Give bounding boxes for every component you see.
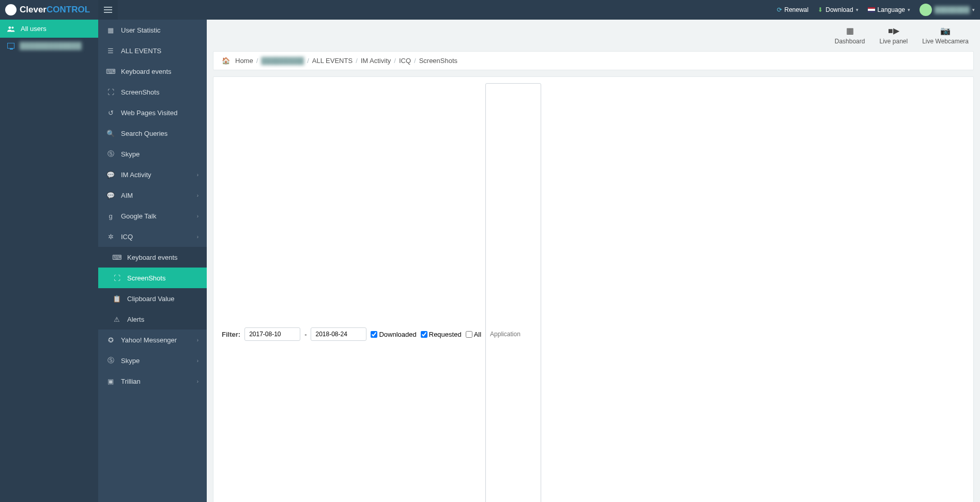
downloaded-checkbox[interactable]: Downloaded <box>371 331 416 338</box>
history-icon: ↺ <box>106 108 115 117</box>
nav-yahoo[interactable]: ✪Yahoo! Messenger› <box>98 330 207 350</box>
nav-search-queries[interactable]: 🔍Search Queries <box>98 123 207 144</box>
clipboard-icon: 📋 <box>113 294 121 303</box>
logo[interactable]: CleverCONTROL <box>0 4 98 15</box>
google-icon: g <box>106 212 115 220</box>
nav-keyboard-events[interactable]: ⌨Keyboard events <box>98 61 207 82</box>
live-panel-button[interactable]: ■▶Live panel <box>879 26 908 45</box>
alert-icon: ⚠ <box>113 315 121 323</box>
crumb-user-blurred: █████████ <box>261 57 304 65</box>
nav-aim[interactable]: 💬AIM› <box>98 185 207 206</box>
hamburger-icon <box>104 6 112 14</box>
crumb-home[interactable]: Home <box>235 57 253 65</box>
nav-web-pages[interactable]: ↺Web Pages Visited <box>98 102 207 123</box>
sidebar-events: ▦User Statistic ☰ALL EVENTS ⌨Keyboard ev… <box>98 20 207 502</box>
application-input[interactable] <box>485 83 541 502</box>
sidebar-item-all-users[interactable]: All users <box>0 20 98 38</box>
skype-icon: Ⓢ <box>106 150 115 158</box>
nav-im-activity[interactable]: 💬IM Activity› <box>98 164 207 185</box>
chat-icon: 💬 <box>106 191 115 199</box>
renewal-link[interactable]: ⟳ Renewal <box>777 6 809 13</box>
dashboard-button[interactable]: ▦Dashboard <box>835 26 865 45</box>
icq-icon: ✲ <box>106 232 115 241</box>
dashboard-icon: ▦ <box>835 26 865 36</box>
nav-screenshots[interactable]: ⛶ScreenShots <box>98 82 207 102</box>
all-checkbox[interactable]: All <box>466 331 481 338</box>
logo-text-2: CONTROL <box>47 5 90 15</box>
search-icon: 🔍 <box>106 129 115 137</box>
svg-point-4 <box>11 26 13 28</box>
date-to-input[interactable] <box>311 327 366 341</box>
download-label: Download <box>825 6 853 13</box>
camera-icon: 📷 <box>922 26 969 36</box>
logo-text-1: Clever <box>20 5 47 15</box>
grid-icon: ▦ <box>106 26 115 34</box>
app-root: CleverCONTROL ⟳ Renewal ⬇ Download ▾ Lan… <box>0 0 980 502</box>
logo-icon <box>5 4 17 15</box>
nav-icq-screenshots[interactable]: ⛶ScreenShots <box>98 268 207 288</box>
trillian-icon: ▣ <box>106 377 115 385</box>
computer-name-blurred: █████████████ <box>20 42 82 50</box>
topbar: CleverCONTROL ⟳ Renewal ⬇ Download ▾ Lan… <box>0 0 980 20</box>
nav-trillian[interactable]: ▣Trillian› <box>98 371 207 391</box>
keyboard-icon: ⌨ <box>113 253 121 261</box>
avatar-icon <box>920 4 932 16</box>
chat-icon: 💬 <box>106 170 115 179</box>
main-top-actions: ▦Dashboard ■▶Live panel 📷Live Webcamera <box>207 20 980 48</box>
date-from-input[interactable] <box>244 327 300 341</box>
sidebar-item-computer[interactable]: █████████████ <box>0 38 98 54</box>
chevron-right-icon: › <box>197 234 198 240</box>
body: All users █████████████ ▦User Statistic … <box>0 20 980 502</box>
crumb-im-activity[interactable]: IM Activity <box>361 57 391 65</box>
chevron-right-icon: › <box>197 193 198 198</box>
nav-icq-alerts[interactable]: ⚠Alerts <box>98 309 207 330</box>
nav-all-events[interactable]: ☰ALL EVENTS <box>98 40 207 61</box>
user-menu[interactable]: ████████ ▾ <box>920 4 975 16</box>
menu-toggle[interactable] <box>98 0 118 20</box>
chevron-right-icon: › <box>197 358 198 364</box>
caret-icon: ▾ <box>972 7 975 12</box>
nav-icq-keyboard[interactable]: ⌨Keyboard events <box>98 247 207 268</box>
nav-icq[interactable]: ✲ICQ› <box>98 226 207 247</box>
crumb-current: ScreenShots <box>419 57 457 65</box>
nav-skype2[interactable]: ⓈSkype› <box>98 350 207 371</box>
caret-icon: ▾ <box>908 7 910 12</box>
main-content: ▦Dashboard ■▶Live panel 📷Live Webcamera … <box>207 20 980 502</box>
download-dropdown[interactable]: ⬇ Download ▾ <box>818 6 858 13</box>
fullscreen-icon: ⛶ <box>113 274 121 282</box>
filter-label: Filter: <box>222 331 240 338</box>
nav-user-statistic[interactable]: ▦User Statistic <box>98 20 207 40</box>
nav-icq-clipboard[interactable]: 📋Clipboard Value <box>98 288 207 309</box>
monitor-icon <box>7 43 14 49</box>
live-webcam-button[interactable]: 📷Live Webcamera <box>922 26 969 45</box>
list-icon: ☰ <box>106 46 115 55</box>
language-dropdown[interactable]: Language ▾ <box>868 6 910 13</box>
nav-google-talk[interactable]: gGoogle Talk› <box>98 206 207 226</box>
breadcrumb: 🏠 Home / █████████ / ALL EVENTS / IM Act… <box>213 51 974 70</box>
renewal-label: Renewal <box>785 6 809 13</box>
chevron-right-icon: › <box>197 213 198 219</box>
video-icon: ■▶ <box>879 26 908 36</box>
crumb-all-events[interactable]: ALL EVENTS <box>312 57 353 65</box>
chevron-right-icon: › <box>197 337 198 343</box>
yahoo-icon: ✪ <box>106 336 115 344</box>
keyboard-icon: ⌨ <box>106 67 115 75</box>
language-label: Language <box>878 6 905 13</box>
svg-rect-1 <box>104 9 112 10</box>
users-icon <box>7 26 16 32</box>
skype-icon: Ⓢ <box>106 356 115 365</box>
all-users-label: All users <box>21 25 47 33</box>
svg-point-3 <box>8 26 11 29</box>
topbar-right: ⟳ Renewal ⬇ Download ▾ Language ▾ ██████… <box>777 4 980 16</box>
fullscreen-icon: ⛶ <box>106 88 115 96</box>
filter-bar: Filter: - Downloaded Requested All <box>213 76 974 502</box>
svg-rect-0 <box>104 7 112 8</box>
flag-icon <box>868 7 875 12</box>
nav-skype[interactable]: ⓈSkype <box>98 144 207 164</box>
home-icon: 🏠 <box>222 57 230 65</box>
crumb-icq[interactable]: ICQ <box>399 57 411 65</box>
requested-checkbox[interactable]: Requested <box>421 331 462 338</box>
sidebar-users: All users █████████████ <box>0 20 98 502</box>
chevron-right-icon: › <box>197 172 198 178</box>
chevron-right-icon: › <box>197 379 198 384</box>
